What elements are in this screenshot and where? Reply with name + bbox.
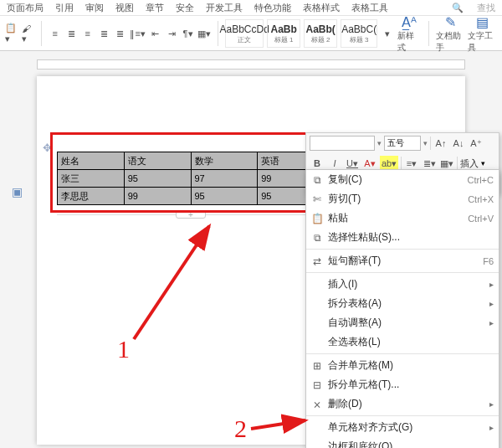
tab-developer[interactable]: 开发工具: [206, 2, 243, 14]
style-tile-h1[interactable]: AaBb标题 1: [267, 19, 300, 48]
style-tile-h3[interactable]: AaBbC(标题 3: [341, 19, 377, 48]
paste-icon[interactable]: 📋▾: [5, 26, 18, 41]
font-name-combo[interactable]: [310, 136, 375, 151]
tab-sections[interactable]: 章节: [146, 2, 164, 14]
paste-special-icon: ⧉: [310, 232, 325, 244]
menu-paste[interactable]: 📋粘贴Ctrl+V: [306, 209, 499, 228]
section-indicator-icon[interactable]: ▣: [12, 185, 23, 198]
copy-icon: ⧉: [310, 174, 325, 186]
format-painter-icon[interactable]: 🖌▾: [22, 26, 35, 41]
chevron-down-icon[interactable]: ▾: [423, 139, 428, 147]
increase-font-icon[interactable]: A↑: [433, 136, 448, 151]
menu-split-table[interactable]: 拆分表格(A): [306, 294, 499, 313]
annotation-label-1: 1: [117, 335, 130, 363]
menu-copy[interactable]: ⧉复制(C)Ctrl+C: [306, 170, 499, 189]
ribbon-tabs: 页面布局 引用 审阅 视图 章节 安全 开发工具 特色功能 表格样式 表格工具 …: [0, 0, 502, 15]
annotation-label-2: 2: [234, 415, 247, 443]
align-right-icon[interactable]: ≡: [81, 26, 95, 41]
menu-split-cells[interactable]: ⊟拆分单元格(T)...: [306, 375, 499, 394]
tab-special[interactable]: 特色功能: [254, 2, 291, 14]
menu-paste-special[interactable]: ⧉选择性粘贴(S)...: [306, 228, 499, 247]
style-tile-normal[interactable]: AaBbCcDd正文: [225, 19, 264, 48]
tab-references[interactable]: 引用: [55, 2, 74, 14]
menu-translate[interactable]: ⇄短句翻译(T)F6: [306, 251, 499, 270]
tab-security[interactable]: 安全: [176, 2, 194, 14]
line-spacing-icon[interactable]: ‖≡▾: [131, 26, 146, 41]
context-menu: ⧉复制(C)Ctrl+C ✄剪切(T)Ctrl+X 📋粘贴Ctrl+V ⧉选择性…: [305, 169, 499, 448]
show-marks-icon[interactable]: ¶▾: [182, 26, 195, 41]
paste-icon: 📋: [310, 213, 325, 224]
insert-mini-button[interactable]: 插入: [460, 157, 479, 170]
ribbon: 页面布局 引用 审阅 视图 章节 安全 开发工具 特色功能 表格样式 表格工具 …: [0, 0, 502, 51]
align-left-icon[interactable]: ≡: [49, 26, 62, 41]
menu-insert[interactable]: 插入(I): [306, 275, 499, 294]
doc-assistant-button[interactable]: ✎ 文档助手: [436, 14, 465, 54]
delete-icon: ⨯: [310, 399, 325, 410]
indent-dec-icon[interactable]: ⇤: [149, 26, 162, 41]
menu-cell-align[interactable]: 单元格对齐方式(G): [306, 418, 499, 437]
font-size-combo[interactable]: [384, 136, 421, 151]
chevron-down-icon[interactable]: ▾: [377, 139, 382, 147]
style-gallery-more-icon[interactable]: ▾: [381, 26, 394, 41]
align-justify-icon[interactable]: ≣: [98, 26, 111, 41]
menu-select-table[interactable]: 全选表格(L): [306, 332, 499, 352]
superscript-icon[interactable]: A⁺: [469, 136, 484, 151]
decrease-font-icon[interactable]: A↓: [451, 136, 466, 151]
align-center-icon[interactable]: ≣: [65, 26, 79, 41]
cut-icon: ✄: [310, 193, 325, 205]
borders-icon[interactable]: ▦▾: [197, 26, 211, 41]
search-placeholder[interactable]: 查找: [477, 2, 495, 14]
menu-autofit[interactable]: 自动调整(A): [306, 313, 499, 332]
tab-review[interactable]: 审阅: [85, 2, 104, 14]
split-cells-icon: ⊟: [310, 379, 325, 391]
indent-inc-icon[interactable]: ⇥: [165, 26, 178, 41]
menu-delete[interactable]: ⨯删除(D): [306, 394, 499, 414]
text-tool-icon: ▤: [476, 14, 489, 30]
translate-icon: ⇄: [310, 255, 325, 267]
tab-view[interactable]: 视图: [115, 2, 134, 14]
merge-cells-icon: ⊞: [310, 360, 325, 372]
tab-table-tools[interactable]: 表格工具: [351, 2, 388, 14]
horizontal-ruler[interactable]: [37, 59, 465, 70]
search-icon[interactable]: 🔍: [450, 0, 465, 15]
tab-page-layout[interactable]: 页面布局: [7, 2, 44, 14]
ribbon-toolbar: 📋▾ 🖌▾ ≡ ≣ ≡ ≣ ≣ ‖≡▾ ⇤ ⇥ ¶▾ ▦▾ AaBbCcDd正文…: [0, 15, 502, 51]
style-tile-h2[interactable]: AaBb(标题 2: [304, 19, 337, 48]
menu-cut[interactable]: ✄剪切(T)Ctrl+X: [306, 189, 499, 209]
distribute-icon[interactable]: ≣: [114, 26, 127, 41]
tab-table-style[interactable]: 表格样式: [303, 2, 340, 14]
menu-borders-shading[interactable]: 边框和底纹(O)...: [306, 437, 499, 448]
doc-assistant-icon: ✎: [445, 14, 456, 30]
annotation-box-1: [50, 132, 340, 213]
text-tool-button[interactable]: ▤ 文字工具: [468, 14, 497, 54]
new-style-button[interactable]: A̲ᴬ 新样式: [397, 14, 422, 54]
menu-merge-cells[interactable]: ⊞合并单元格(M): [306, 356, 499, 375]
